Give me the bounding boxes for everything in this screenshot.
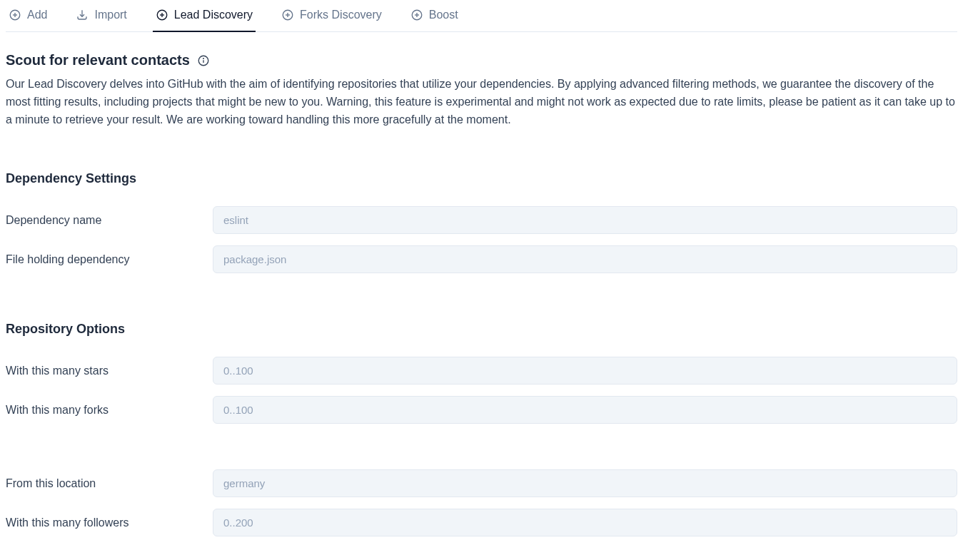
info-icon[interactable]	[197, 54, 210, 67]
tab-lead-discovery[interactable]: Lead Discovery	[153, 0, 256, 31]
tab-label: Add	[27, 9, 47, 21]
tab-forks-discovery[interactable]: Forks Discovery	[278, 0, 385, 31]
input-forks[interactable]	[213, 396, 957, 424]
input-followers[interactable]	[213, 509, 957, 536]
plus-circle-icon	[410, 9, 423, 21]
input-location[interactable]	[213, 469, 957, 497]
label-stars: With this many stars	[6, 365, 213, 377]
tab-label: Lead Discovery	[174, 9, 253, 21]
page-title: Scout for relevant contacts	[6, 52, 190, 68]
tab-add[interactable]: Add	[6, 0, 50, 31]
plus-circle-icon	[281, 9, 294, 21]
tab-label: Boost	[429, 9, 458, 21]
page-description: Our Lead Discovery delves into GitHub wi…	[6, 76, 957, 128]
tab-label: Forks Discovery	[300, 9, 382, 21]
page-title-row: Scout for relevant contacts	[6, 52, 957, 68]
plus-circle-icon	[156, 9, 168, 21]
svg-point-14	[203, 58, 203, 58]
input-dependency-file[interactable]	[213, 245, 957, 273]
download-icon	[76, 9, 89, 21]
form-row-dependency-name: Dependency name	[6, 206, 957, 234]
section-title-repo: Repository Options	[6, 322, 957, 337]
tab-label: Import	[94, 9, 126, 21]
form-row-location: From this location	[6, 469, 957, 497]
form-row-stars: With this many stars	[6, 357, 957, 385]
section-title-dependency: Dependency Settings	[6, 171, 957, 186]
form-row-followers: With this many followers	[6, 509, 957, 536]
tabs-bar: Add Import Lead Discovery	[6, 0, 957, 32]
label-dependency-name: Dependency name	[6, 214, 213, 227]
plus-circle-icon	[9, 9, 21, 21]
form-row-forks: With this many forks	[6, 396, 957, 424]
label-location: From this location	[6, 477, 213, 490]
label-followers: With this many followers	[6, 516, 213, 529]
label-dependency-file: File holding dependency	[6, 253, 213, 266]
tab-boost[interactable]: Boost	[408, 0, 461, 31]
input-stars[interactable]	[213, 357, 957, 385]
input-dependency-name[interactable]	[213, 206, 957, 234]
tab-import[interactable]: Import	[73, 0, 129, 31]
form-row-dependency-file: File holding dependency	[6, 245, 957, 273]
label-forks: With this many forks	[6, 404, 213, 417]
